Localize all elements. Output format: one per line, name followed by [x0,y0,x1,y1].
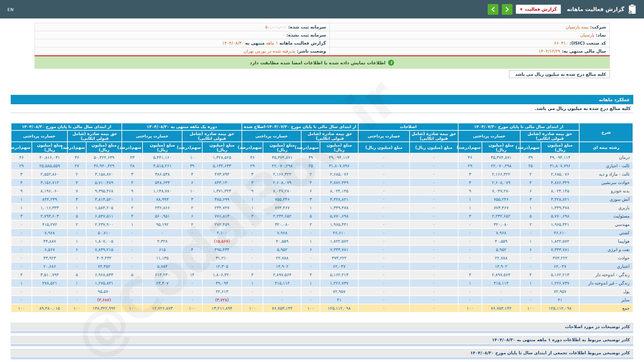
value-cell: ۰ [122,296,143,304]
insurance-line-label: کشتي [579,229,633,237]
table-row: باربري۱,۳۴۹,۴۷۸۱۷۷۳,۴۶۷۱۰۰۱,۳۴۹,۴۷۸۱۷۷۳,… [11,203,633,212]
value-cell: ۰ [410,162,458,170]
insurance-line-label: جمع [579,304,633,312]
value-cell: ۴۱۵,۱۱۴ [482,279,520,287]
language-toggle-en[interactable]: EN [7,7,14,12]
value-cell: ۱,۳۲۸,۵۲۵ [202,153,242,162]
value-cell: ۶ [67,245,86,254]
insurance-line-label: زندگي - اندوخته دار [579,270,633,279]
value-cell: ۴۳ [122,153,143,162]
table-row: آتش سوزي۳,۴۲۸,۸۲۱۳۷۵۵,۲۴۶۱۰۰۳,۴۲۸,۸۲۱۳۷۵… [11,195,633,203]
table-row: مهندسي۱,۹۶۵,۴۴۱۲۳۲۰,۰۸۰۰۰۰۱,۹۶۵,۴۴۱۲۳۲۰,… [11,220,633,229]
group-header-ytd-0730-adjusted: از ابتدای سال مالی تا پایان مورخ ۱۴۰۴/۰۷… [242,123,359,130]
value-cell: ۴۶ [458,153,482,162]
value-cell: ۴ [11,270,32,279]
value-cell: ۱۰۰ [67,304,86,312]
value-cell: ۲ [301,220,320,229]
value-cell: ۴ [67,178,86,187]
value-cell: ۳۳,۹۲۳ [32,254,67,262]
value-cell: ۲ [67,220,86,229]
insurance-line-label: اعتباري [579,262,633,270]
fiscal-year-label: سال مالی منتهی به: [562,49,606,54]
subheader-premium: حق بیمه صادره (شامل قبولی اتکایی) [520,130,579,142]
report-period-date: ۱۴۰۴/۰۸/۳۰ [222,41,244,46]
monthly-performance-section: عملکرد ماهانه کلیه مبالغ درج شده به میلی… [11,95,633,313]
value-cell: ۲۳۴,۷۲۷ [202,203,242,212]
value-cell: ۱,۱۴۸,۷۸۰ [143,187,182,195]
value-cell: ۰ [358,203,410,212]
value-cell: ۲ [520,220,541,229]
next-report-button[interactable] [502,4,513,15]
value-cell: ۰ [67,229,86,237]
table-row: درمان۴۹,۰۹۴,۱۱۴۳۹۳۵,۳۷۴,۸۷۱۴۶۰۰۴۹,۰۹۴,۱۱… [11,153,633,162]
value-cell: ۰ [358,153,410,162]
table-row: سال مالی منتهی به: ۱۴۰۴/۱۲/۲۹ وضعیت ناشر… [35,47,609,55]
value-cell: ۶ [182,212,202,220]
subheader-premium: حق بیمه صادره (شامل قبولی اتکایی) [67,130,122,142]
value-cell: ۱,۸۲۲,۵۷۲ [541,237,579,245]
col-share: سهم(درصد) [301,142,320,153]
value-cell: ۲۲,۰۷۰,۲۹۸ [482,162,520,170]
insurance-line-label: باربري [579,203,633,212]
value-cell: ۰ [11,254,32,262]
value-cell: ۰ [358,220,410,229]
value-cell: ۴۶,۶۱۰ [541,229,579,237]
monthly-performance-table: شرح از ابتدای سال مالی تا پایان مورخ ۱۴۰… [11,123,633,313]
isic-cell: کد صنعت (ISIC): ۶۶۰۳۱۰ [329,39,609,47]
fiscal-year-value: ۱۴۰۴/۱۲/۲۹ [539,49,560,54]
value-cell: ۲۵,۵۸۵,۵۵۹ [32,162,67,170]
value-cell: ۷۷۶,۸۱۳ [202,212,242,220]
value-cell: ۱ [11,195,32,203]
value-cell: ۰ [358,170,410,178]
value-cell: ۱۲,۷۲۶,۸۷۳ [143,304,182,312]
value-cell: ۷ [67,187,86,195]
insurance-line-label: بدنه خودرو [579,187,633,195]
insurance-line-label: سایر [579,296,633,304]
value-cell: ۳,۸۱۴,۵۲۰ [86,195,122,203]
value-cell: ۶,۹۶۸,۵۳۳ [86,270,122,279]
value-cell: ۸۸,۹۹۳ [143,195,182,203]
value-cell: ۴۹,۰۹۴ [202,279,242,287]
previous-report-button[interactable] [488,4,498,15]
value-cell: ۱,۲۲۶,۷۳۷ [320,279,358,287]
value-cell: ۰ [410,153,458,162]
value-cell: ۳ [301,195,320,203]
value-cell: ۰ [32,287,67,296]
value-cell: ۰ [358,262,410,270]
value-cell: ۰ [67,262,86,270]
value-cell: ۲,۶۰۸,۰۷۹ [263,178,301,187]
value-cell: ۵۰,۷۱۰ [86,229,122,237]
value-cell: ۰ [358,237,410,245]
value-cell: ۰ [410,270,458,279]
value-cell: ۰ [11,245,32,254]
value-cell: ۰ [182,296,202,304]
value-cell: ۹ [242,187,263,195]
report-type-dropdown[interactable]: گزارش فعالیت ▼ [516,5,561,14]
value-cell: ۵ [67,212,86,220]
value-cell: ۴۴,۸۸۷ [32,237,67,245]
col-share: سهم(درصد) [122,142,143,153]
value-cell: ۶ [520,187,541,195]
col-share: سهم(درصد) [520,142,541,153]
value-cell: ۰ [32,296,67,304]
value-cell: ۰ [67,296,86,304]
value-cell: ۲ [520,170,541,178]
value-cell: ۹ [122,187,143,195]
value-cell: ۲,۲۳۲,۶۵۲ [263,212,301,220]
value-cell: ۵,۹۵۲ [482,245,520,254]
value-cell: ۳ [122,170,143,178]
value-cell: ۳۸۶,۵۳۸ [143,170,182,178]
value-cell: ۵۶۰,۹۵۱ [143,212,182,220]
value-cell: ۷۶,۷۵۳,۱۴۲ [263,304,301,312]
value-cell: ۵,۱۳۲,۶۳۳ [202,162,242,170]
value-cell: ۹۵,۵۷۰ [86,287,122,296]
report-period-mid: منتهی به [245,41,265,46]
issuer-status-value: پذیرفته شده در بورس تهران [244,49,295,54]
value-cell: ۰ [242,237,263,245]
value-cell: ۴ [301,270,320,279]
table-row: هواپیما۱,۸۲۲,۵۷۲۱۴۰,۵۵۹۰۰۰۱,۸۲۲,۵۷۲۱۴۰,۵… [11,237,633,245]
value-cell: ۳ [11,212,32,220]
value-cell: ۳۵,۳۷۴,۸۷۱ [482,153,520,162]
value-cell: ۴۰,۸۱۶,۰۳۱ [32,153,67,162]
value-cell: ۰ [11,296,32,304]
